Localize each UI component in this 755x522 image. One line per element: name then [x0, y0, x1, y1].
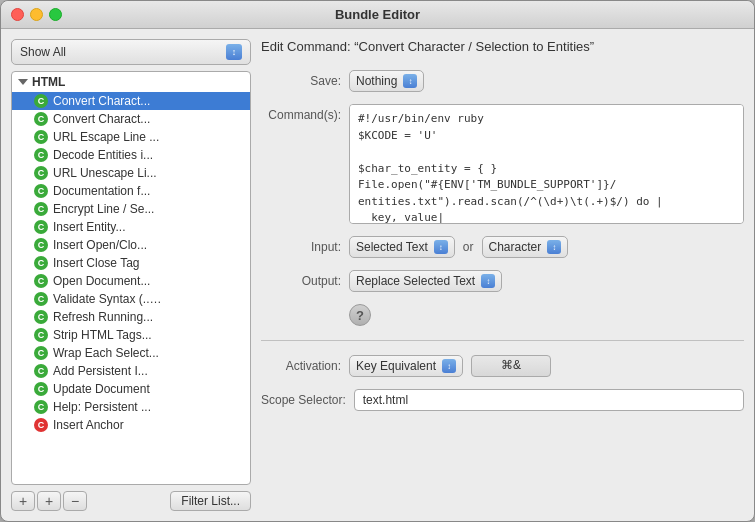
output-dropdown[interactable]: Replace Selected Text ↕ — [349, 270, 502, 292]
filter-list-button[interactable]: Filter List... — [170, 491, 251, 511]
item-icon: C — [34, 184, 48, 198]
scope-input[interactable] — [354, 389, 744, 411]
tree-item[interactable]: CDocumentation f... — [12, 182, 250, 200]
item-icon: C — [34, 238, 48, 252]
commands-label: Command(s): — [261, 104, 341, 122]
item-icon: C — [34, 256, 48, 270]
maximize-button[interactable] — [49, 8, 62, 21]
activation-label: Activation: — [261, 359, 341, 373]
activation-arrow-icon: ↕ — [442, 359, 456, 373]
item-icon: C — [34, 310, 48, 324]
add-item-button[interactable]: + — [11, 491, 35, 511]
tree-item[interactable]: CInsert Anchor — [12, 416, 250, 434]
item-label: Update Document — [53, 382, 150, 396]
activation-row: Activation: Key Equivalent ↕ ⌘& — [261, 355, 744, 377]
item-label: Refresh Running... — [53, 310, 153, 324]
code-editor[interactable]: #!/usr/bin/env ruby $KCODE = 'U' $char_t… — [349, 104, 744, 224]
minimize-button[interactable] — [30, 8, 43, 21]
tree-item[interactable]: CHelp: Persistent ... — [12, 398, 250, 416]
tree-item[interactable]: CRefresh Running... — [12, 308, 250, 326]
item-label: Insert Open/Clo... — [53, 238, 147, 252]
item-icon: C — [34, 292, 48, 306]
activation-dropdown[interactable]: Key Equivalent ↕ — [349, 355, 463, 377]
item-label: URL Escape Line ... — [53, 130, 159, 144]
tree-item[interactable]: CURL Escape Line ... — [12, 128, 250, 146]
input-secondary-value: Character — [489, 240, 542, 254]
tree-item[interactable]: CInsert Open/Clo... — [12, 236, 250, 254]
help-button[interactable]: ? — [349, 304, 371, 326]
save-label: Save: — [261, 74, 341, 88]
window-title: Bundle Editor — [335, 7, 420, 22]
tree-item[interactable]: CValidate Syntax (..… — [12, 290, 250, 308]
item-icon: C — [34, 130, 48, 144]
help-row: ? — [261, 304, 744, 326]
tree-item[interactable]: CURL Unescape Li... — [12, 164, 250, 182]
scope-row: Scope Selector: — [261, 389, 744, 411]
item-icon: C — [34, 418, 48, 432]
scope-label: Scope Selector: — [261, 393, 346, 407]
key-equivalent-input[interactable]: ⌘& — [471, 355, 551, 377]
item-label: Insert Close Tag — [53, 256, 140, 270]
item-label: Help: Persistent ... — [53, 400, 151, 414]
tree-item[interactable]: CStrip HTML Tags... — [12, 326, 250, 344]
item-label: Validate Syntax (..… — [53, 292, 162, 306]
input-arrow-icon: ↕ — [434, 240, 448, 254]
add-folder-button[interactable]: + — [37, 491, 61, 511]
tree-items-container: CConvert Charact...CConvert Charact...CU… — [12, 92, 250, 434]
item-icon: C — [34, 274, 48, 288]
activation-value: Key Equivalent — [356, 359, 436, 373]
tree-item[interactable]: COpen Document... — [12, 272, 250, 290]
item-icon: C — [34, 382, 48, 396]
group-label: HTML — [32, 75, 65, 89]
item-icon: C — [34, 166, 48, 180]
item-label: Add Persistent I... — [53, 364, 148, 378]
tree-item[interactable]: CConvert Charact... — [12, 92, 250, 110]
close-button[interactable] — [11, 8, 24, 21]
main-content: Show All ↕ HTML CConvert Charact...CConv… — [1, 29, 754, 521]
input-value: Selected Text — [356, 240, 428, 254]
show-all-dropdown[interactable]: Show All ↕ — [11, 39, 251, 65]
left-panel: Show All ↕ HTML CConvert Charact...CConv… — [11, 39, 251, 511]
item-label: Open Document... — [53, 274, 150, 288]
or-text: or — [463, 240, 474, 254]
input-dropdown[interactable]: Selected Text ↕ — [349, 236, 455, 258]
item-icon: C — [34, 220, 48, 234]
show-all-arrow-icon: ↕ — [226, 44, 242, 60]
traffic-lights — [11, 8, 62, 21]
input-secondary-dropdown[interactable]: Character ↕ — [482, 236, 569, 258]
tree-item[interactable]: CEncrypt Line / Se... — [12, 200, 250, 218]
tree-item[interactable]: CWrap Each Select... — [12, 344, 250, 362]
item-label: Encrypt Line / Se... — [53, 202, 154, 216]
output-value: Replace Selected Text — [356, 274, 475, 288]
commands-row: Command(s): #!/usr/bin/env ruby $KCODE =… — [261, 104, 744, 224]
item-icon: C — [34, 112, 48, 126]
output-label: Output: — [261, 274, 341, 288]
tree-item[interactable]: CUpdate Document — [12, 380, 250, 398]
item-label: Wrap Each Select... — [53, 346, 159, 360]
item-label: Strip HTML Tags... — [53, 328, 152, 342]
item-label: Insert Anchor — [53, 418, 124, 432]
tree-item[interactable]: CConvert Charact... — [12, 110, 250, 128]
edit-command-title: Edit Command: “Convert Character / Selec… — [261, 39, 744, 54]
item-label: Insert Entity... — [53, 220, 125, 234]
item-label: Convert Charact... — [53, 94, 150, 108]
item-icon: C — [34, 364, 48, 378]
remove-item-button[interactable]: − — [63, 491, 87, 511]
save-row: Save: Nothing ↕ — [261, 70, 744, 92]
input-secondary-arrow-icon: ↕ — [547, 240, 561, 254]
save-dropdown[interactable]: Nothing ↕ — [349, 70, 424, 92]
tree-group-html: HTML — [12, 72, 250, 92]
item-label: Decode Entities i... — [53, 148, 153, 162]
output-row: Output: Replace Selected Text ↕ — [261, 270, 744, 292]
show-all-label: Show All — [20, 45, 66, 59]
tree-item[interactable]: CDecode Entities i... — [12, 146, 250, 164]
tree-item[interactable]: CInsert Entity... — [12, 218, 250, 236]
item-label: Convert Charact... — [53, 112, 150, 126]
tree-container[interactable]: HTML CConvert Charact...CConvert Charact… — [11, 71, 251, 485]
input-label: Input: — [261, 240, 341, 254]
tree-item[interactable]: CInsert Close Tag — [12, 254, 250, 272]
tree-item[interactable]: CAdd Persistent I... — [12, 362, 250, 380]
item-label: Documentation f... — [53, 184, 150, 198]
item-icon: C — [34, 328, 48, 342]
separator — [261, 340, 744, 341]
